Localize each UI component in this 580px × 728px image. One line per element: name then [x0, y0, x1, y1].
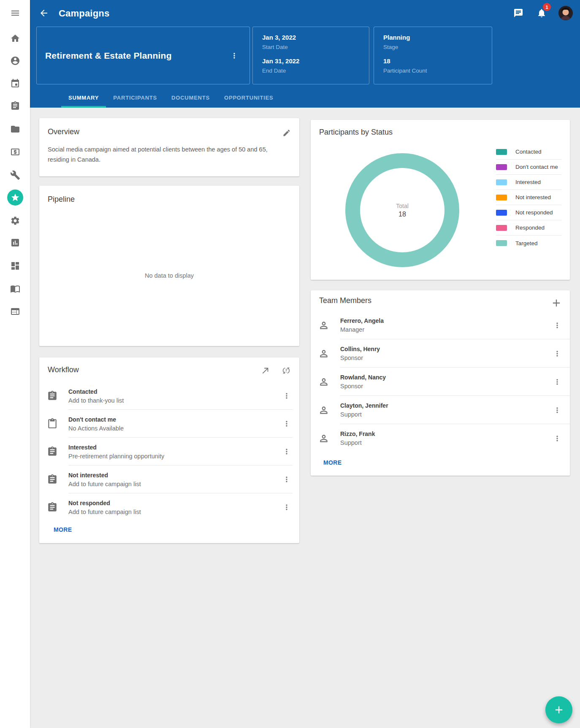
app-header: Campaigns 1 Retirement & Estate Planning… [30, 0, 580, 108]
legend-item[interactable]: Contacted [496, 144, 561, 160]
sync-problem-icon[interactable] [282, 366, 291, 375]
workflow-item-menu-button[interactable] [282, 503, 291, 511]
workflow-more-button[interactable]: MORE [54, 526, 72, 533]
team-member-row[interactable]: Clayton, Jennifer Support [311, 396, 570, 424]
legend-item[interactable]: Don't contact me [496, 160, 561, 175]
kebab-icon [230, 51, 239, 60]
sidebar-item-accounts[interactable] [7, 303, 24, 320]
donut-chart[interactable]: Total 18 [345, 153, 459, 267]
legend-item[interactable]: Not responded [496, 205, 561, 220]
workflow-item[interactable]: Not responded Add to future campaign lis… [39, 493, 299, 521]
team-member-menu-button[interactable] [553, 349, 561, 358]
sidebar-item-tasks[interactable] [7, 97, 24, 114]
team-member-name: Collins, Henry [340, 346, 380, 352]
tab-bar: SUMMARY PARTICIPANTS DOCUMENTS OPPORTUNI… [61, 87, 281, 108]
tab-summary[interactable]: SUMMARY [61, 87, 106, 108]
sidebar-item-reports[interactable] [7, 234, 24, 251]
participant-count-value: 18 [383, 57, 482, 65]
sidebar-item-home[interactable] [7, 30, 24, 47]
team-member-menu-button[interactable] [553, 406, 561, 414]
money-icon [10, 147, 20, 157]
home-icon [10, 33, 20, 43]
team-member-name: Rowland, Nancy [340, 374, 386, 381]
clipboard-filled-icon [47, 474, 58, 485]
workflow-item[interactable]: Don't contact me No Actions Available [39, 410, 299, 438]
open-arrow-icon[interactable] [261, 366, 270, 375]
tab-opportunities[interactable]: OPPORTUNITIES [217, 87, 281, 108]
sidebar-item-settings[interactable] [7, 212, 24, 229]
team-member-menu-button[interactable] [553, 378, 561, 386]
sidebar-item-dashboard[interactable] [7, 257, 24, 274]
overview-title: Overview [48, 127, 291, 136]
sidebar-item-contacts[interactable] [7, 52, 24, 69]
workflow-item[interactable]: Not interested Add to future campaign li… [39, 465, 299, 493]
legend-label: Interested [515, 179, 541, 185]
workflow-card: Workflow Contacted Add to thank-you list… [39, 357, 299, 543]
campaign-menu-button[interactable] [230, 51, 239, 60]
campaign-dates-card: Jan 3, 2022 Start Date Jan 31, 2022 End … [252, 27, 369, 84]
legend-label: Targeted [515, 240, 538, 246]
book-icon [10, 284, 20, 294]
legend-item[interactable]: Responded [496, 220, 561, 235]
workflow-item[interactable]: Contacted Add to thank-you list [39, 382, 299, 410]
workflow-item-subtitle: Pre-retirement planning opportunity [68, 453, 164, 460]
add-fab-button[interactable] [545, 696, 572, 723]
workflow-item-title: Don't contact me [68, 416, 124, 423]
browser-card-icon [10, 306, 20, 317]
sidebar-item-campaigns-active[interactable] [7, 189, 24, 206]
team-member-role: Support [340, 439, 375, 446]
campaign-stage-card: Planning Stage 18 Participant Count [374, 27, 492, 84]
end-date-label: End Date [262, 68, 360, 74]
person-icon [318, 348, 329, 359]
workflow-item-menu-button[interactable] [282, 419, 291, 428]
menu-button[interactable] [7, 5, 24, 22]
workflow-title: Workflow [48, 365, 79, 374]
legend-swatch [496, 149, 507, 155]
team-member-name: Clayton, Jennifer [340, 402, 388, 409]
tab-participants[interactable]: PARTICIPANTS [106, 87, 164, 108]
team-member-menu-button[interactable] [553, 321, 561, 330]
stage-value: Planning [383, 34, 482, 41]
add-team-member-button[interactable] [550, 297, 562, 309]
workflow-item-subtitle: Add to future campaign list [68, 509, 141, 515]
active-item-highlight [7, 189, 23, 206]
team-member-row[interactable]: Ferrero, Angela Manager [311, 311, 570, 339]
campaigns-star-icon [11, 193, 20, 202]
workflow-item-menu-button[interactable] [282, 392, 291, 400]
plus-icon [550, 297, 562, 309]
back-button[interactable] [39, 8, 49, 18]
legend-swatch [496, 225, 507, 231]
sidebar-item-calendar[interactable] [7, 75, 24, 92]
edit-overview-button[interactable] [282, 129, 291, 137]
workflow-item[interactable]: Interested Pre-retirement planning oppor… [39, 438, 299, 465]
participants-chart-title: Participants by Status [319, 128, 393, 137]
workflow-item-title: Contacted [68, 388, 124, 395]
sidebar-item-money[interactable] [7, 143, 24, 160]
legend-swatch [496, 195, 507, 200]
legend-item[interactable]: Not interested [496, 190, 561, 205]
team-member-row[interactable]: Rowland, Nancy Sponsor [311, 368, 570, 396]
team-member-menu-button[interactable] [553, 434, 561, 443]
workflow-item-subtitle: Add to future campaign list [68, 481, 141, 487]
team-member-role: Support [340, 411, 388, 418]
workflow-item-menu-button[interactable] [282, 447, 291, 456]
start-date-label: Start Date [262, 44, 360, 50]
workflow-item-menu-button[interactable] [282, 475, 291, 484]
team-member-row[interactable]: Collins, Henry Sponsor [311, 339, 570, 368]
legend-swatch [496, 210, 507, 216]
tab-documents[interactable]: DOCUMENTS [164, 87, 217, 108]
sidebar-item-library[interactable] [7, 280, 24, 297]
legend-item[interactable]: Interested [496, 175, 561, 190]
legend-item[interactable]: Targeted [496, 235, 561, 251]
end-date-value: Jan 31, 2022 [262, 57, 360, 65]
legend-label: Responded [515, 225, 545, 231]
user-avatar[interactable] [558, 6, 573, 20]
team-members-more-button[interactable]: MORE [323, 459, 342, 466]
chat-button[interactable] [513, 8, 523, 18]
sidebar-item-tools[interactable] [7, 167, 24, 184]
workflow-item-title: Not responded [68, 500, 141, 506]
campaign-name-card: Retirement & Estate Planning [36, 27, 250, 84]
sidebar-item-documents[interactable] [7, 121, 24, 138]
team-member-row[interactable]: Rizzo, Frank Support [311, 424, 570, 452]
legend-swatch [496, 240, 507, 246]
